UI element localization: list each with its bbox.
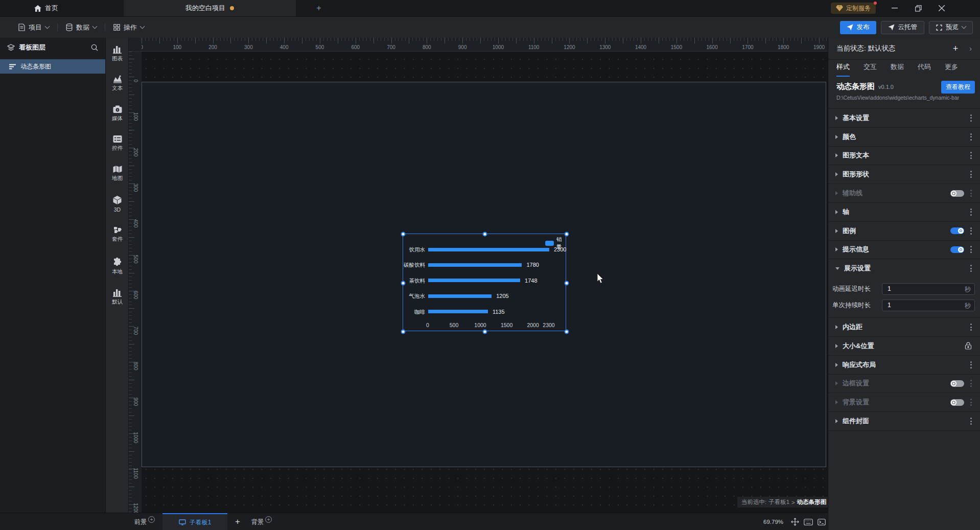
home-tab[interactable]: 首页	[0, 0, 73, 16]
section-graphic-shape[interactable]: 图形形状	[828, 165, 980, 183]
section-menu-icon[interactable]	[970, 133, 972, 141]
restore-button[interactable]	[906, 0, 930, 16]
section-component-cover[interactable]: 组件封面	[828, 411, 980, 430]
library-text[interactable]: 文本	[106, 75, 129, 98]
zoom-level[interactable]: 69.79%	[763, 513, 783, 530]
expand-states-button[interactable]: ›	[969, 44, 972, 53]
new-tab-button[interactable]: +	[310, 0, 328, 16]
section-menu-icon[interactable]	[970, 361, 972, 368]
library-local[interactable]: 本地	[106, 258, 129, 281]
section-guide-line[interactable]: 辅助线	[828, 183, 980, 202]
board-tab-active[interactable]: 子看板1	[162, 513, 227, 530]
section-menu-icon[interactable]	[970, 227, 972, 235]
section-menu-icon[interactable]	[970, 246, 972, 253]
section-menu-icon[interactable]	[970, 399, 972, 406]
add-foreground-icon[interactable]: +	[148, 516, 155, 523]
section-menu-icon[interactable]	[970, 114, 972, 122]
selected-widget-dynamic-bar-chart[interactable]: 销量 饮用水2300碳酸饮料1780茶饮料1748气泡水1205咖啡1135 0…	[403, 234, 566, 331]
diamond-icon	[836, 5, 843, 11]
terminal-icon[interactable]	[818, 519, 826, 525]
project-tab-label: 我的空白项目	[185, 4, 225, 13]
layer-item-dynamic-bar-chart[interactable]: 动态条形图	[0, 59, 105, 74]
selection-handle-e[interactable]	[565, 281, 569, 285]
view-tutorial-button[interactable]: 查看教程	[941, 81, 975, 94]
selection-handle-se[interactable]	[565, 330, 569, 334]
menu-project[interactable]: 项目	[10, 17, 57, 38]
document-icon	[18, 24, 25, 31]
section-toggle-tooltip[interactable]	[950, 246, 964, 253]
animation-delay-input[interactable]	[882, 283, 975, 295]
section-menu-icon[interactable]	[970, 265, 972, 272]
properties-tab-3[interactable]: 代码	[918, 62, 931, 77]
section-menu-icon[interactable]	[970, 418, 972, 425]
section-size-position[interactable]: 大小&位置	[828, 336, 980, 355]
cloud-hosting-button[interactable]: 云托管	[881, 21, 925, 34]
minimize-button[interactable]	[883, 0, 906, 16]
selection-handle-n[interactable]	[483, 232, 487, 237]
keyboard-icon[interactable]	[804, 519, 813, 525]
publish-button[interactable]: 发布	[840, 21, 876, 34]
library-default[interactable]: 默认	[106, 288, 129, 311]
section-menu-icon[interactable]	[970, 171, 972, 178]
section-title: 基本设置	[843, 113, 970, 123]
h-ruler-label: 1600	[707, 44, 718, 50]
chevron-right-icon	[835, 344, 838, 348]
section-menu-icon[interactable]	[970, 152, 972, 159]
lock-icon[interactable]	[965, 342, 972, 350]
chevron-right-icon	[835, 229, 838, 233]
menu-operations[interactable]: 操作	[105, 17, 152, 38]
section-color[interactable]: 颜色	[828, 127, 980, 146]
section-legend[interactable]: 图例	[828, 221, 980, 240]
section-toggle-guide-line[interactable]	[950, 190, 964, 197]
section-toggle-legend[interactable]	[950, 227, 964, 234]
section-title: 边框设置	[843, 379, 950, 388]
add-board-button[interactable]: +	[230, 513, 245, 530]
section-background-settings[interactable]: 背景设置	[828, 393, 980, 411]
selection-handle-sw[interactable]	[401, 330, 406, 334]
selection-handle-s[interactable]	[483, 330, 487, 334]
section-toggle-border-settings[interactable]	[950, 380, 964, 387]
bar-value-label: 2300	[554, 246, 566, 252]
library-charts[interactable]: 图表	[106, 44, 129, 68]
project-tab[interactable]: 我的空白项目	[124, 0, 296, 16]
bar	[428, 279, 520, 282]
search-icon[interactable]	[91, 44, 98, 51]
selection-handle-nw[interactable]	[401, 232, 406, 237]
section-menu-icon[interactable]	[970, 380, 972, 387]
library-3d[interactable]: 3D	[106, 195, 129, 219]
foreground-layer-button[interactable]: 前景 +	[134, 513, 155, 530]
selection-handle-w[interactable]	[401, 281, 406, 285]
properties-tab-4[interactable]: 更多	[945, 62, 958, 77]
design-canvas[interactable]: 销量 饮用水2300碳酸饮料1780茶饮料1748气泡水1205咖啡1135 0…	[142, 52, 828, 513]
library-media[interactable]: 媒体	[106, 105, 129, 128]
section-display-settings[interactable]: 展示设置	[828, 259, 980, 278]
section-menu-icon[interactable]	[970, 209, 972, 216]
fit-screen-icon[interactable]	[791, 518, 799, 526]
properties-tab-1[interactable]: 交互	[864, 62, 877, 77]
library-kits[interactable]: 套件	[106, 225, 129, 249]
library-controls[interactable]: 控件	[106, 135, 129, 158]
section-graphic-text[interactable]: 图形文本	[828, 146, 980, 165]
section-border-settings[interactable]: 边框设置	[828, 374, 980, 393]
selection-handle-ne[interactable]	[565, 232, 569, 237]
section-basic-settings[interactable]: 基本设置	[828, 108, 980, 127]
section-toggle-background-settings[interactable]	[950, 399, 964, 406]
custom-service-badge[interactable]: 定制服务	[831, 3, 876, 14]
section-tooltip[interactable]: 提示信息	[828, 240, 980, 259]
preview-button[interactable]: 预览	[929, 21, 973, 34]
single-duration-input[interactable]	[882, 299, 975, 311]
add-state-button[interactable]: +	[953, 43, 959, 54]
add-background-icon[interactable]: +	[265, 516, 272, 523]
menu-data[interactable]: 数据	[58, 17, 105, 38]
close-button[interactable]	[930, 0, 953, 16]
section-axis[interactable]: 轴	[828, 202, 980, 221]
section-padding[interactable]: 内边距	[828, 317, 980, 336]
background-layer-button[interactable]: 背景 +	[251, 513, 272, 530]
properties-tab-0[interactable]: 样式	[836, 62, 850, 77]
section-menu-icon[interactable]	[970, 324, 972, 331]
properties-tab-2[interactable]: 数据	[891, 62, 904, 77]
chevron-right-icon	[835, 363, 838, 367]
section-responsive-layout[interactable]: 响应式布局	[828, 355, 980, 374]
section-menu-icon[interactable]	[970, 190, 972, 197]
library-maps[interactable]: 地图	[106, 165, 129, 189]
